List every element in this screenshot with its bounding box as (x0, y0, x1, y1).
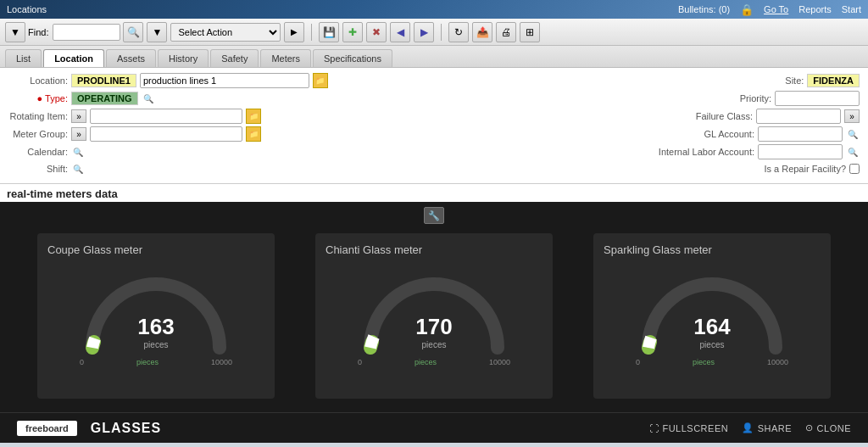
internal-labor-search-btn[interactable]: 🔍 (846, 145, 860, 159)
type-value: OPERATING (71, 92, 138, 105)
priority-input[interactable] (775, 91, 860, 106)
delete-btn[interactable]: ✖ (366, 22, 387, 42)
site-value: FIDENZA (807, 74, 860, 87)
top-bar: Locations Bulletins: (0) 🔒 Go To Reports… (0, 0, 868, 19)
failure-class-input[interactable] (756, 109, 841, 124)
tab-location[interactable]: Location (43, 49, 104, 67)
tab-safety[interactable]: Safety (210, 49, 259, 67)
clone-label: CLONE (817, 423, 851, 433)
gauge-3-svg: 164 pieces (636, 263, 788, 356)
save-btn[interactable]: 💾 (319, 22, 339, 42)
meter-group-input[interactable] (90, 126, 242, 142)
freeboard-badge[interactable]: freeboard (17, 421, 77, 436)
gauge-1-scale: 0 pieces 10000 (80, 358, 232, 366)
gauge-2-svg: 170 pieces (358, 263, 510, 356)
shift-label: Shift: (8, 164, 68, 174)
gauge-2-title: Chianti Glass meter (326, 243, 422, 256)
forward-btn[interactable]: ▶ (414, 22, 434, 42)
repair-checkbox[interactable] (849, 164, 860, 174)
bottom-actions: ⛶ FULLSCREEN 👤 SHARE ⊙ CLONE (649, 422, 851, 433)
grid-btn[interactable]: ⊞ (520, 22, 540, 42)
repair-label: Is a Repair Facility? (764, 164, 846, 174)
gauge-2-scale: 0 pieces 10000 (358, 358, 510, 366)
location-row: Location: PRODLINE1 📁 Site: FIDENZA (8, 73, 860, 88)
gauge-card-2: Chianti Glass meter 170 pieces 0 pieces … (315, 233, 553, 399)
internal-labor-label: Internal Labor Account: (659, 147, 754, 157)
failure-arrow-btn[interactable]: » (844, 109, 860, 123)
fullscreen-label: FULLSCREEN (662, 423, 728, 433)
location-value: PRODLINE1 (71, 74, 136, 87)
refresh-btn[interactable]: ↻ (448, 22, 469, 42)
rotating-file-btn[interactable]: 📁 (246, 109, 261, 124)
gl-account-label: GL Account: (704, 129, 754, 139)
dashboard-name: GLASSES (91, 421, 161, 436)
failure-class-label: Failure Class: (696, 111, 753, 121)
app-title: Locations (7, 4, 47, 14)
rotating-row: Rotating Item: » 📁 Failure Class: » (8, 109, 860, 124)
find-input[interactable] (53, 24, 120, 41)
share-btn[interactable]: 👤 SHARE (742, 422, 792, 433)
tab-assets[interactable]: Assets (106, 49, 156, 67)
gl-account-input[interactable] (758, 126, 843, 142)
gauge-3-value: 164 pieces (693, 314, 730, 349)
type-label: ● Type: (8, 93, 68, 103)
gl-search-btn[interactable]: 🔍 (846, 127, 860, 141)
share-icon: 👤 (742, 422, 754, 433)
print-btn[interactable]: 🖨 (496, 22, 516, 42)
add-btn[interactable]: ✚ (342, 22, 363, 42)
reports-link[interactable]: Reports (798, 4, 832, 14)
dashboard-toolbar: 🔧 (424, 207, 444, 224)
back-btn[interactable]: ◀ (390, 22, 410, 42)
meter-group-arrow-btn[interactable]: » (71, 127, 86, 141)
search-btn[interactable]: 🔍 (123, 22, 143, 42)
tab-history[interactable]: History (158, 49, 209, 67)
action-go-btn[interactable]: ▶ (284, 22, 304, 42)
type-row: ● Type: OPERATING 🔍 Priority: (8, 91, 860, 106)
dashboard-area: 🔧 Coupe Glass meter 163 pieces (0, 202, 868, 412)
gauge-2-value: 170 pieces (415, 314, 452, 349)
clone-icon: ⊙ (805, 422, 814, 433)
clone-btn[interactable]: ⊙ CLONE (805, 422, 851, 433)
rotating-arrow-btn[interactable]: » (71, 109, 86, 123)
meter-group-file-btn[interactable]: 📁 (246, 126, 261, 142)
calendar-label: Calendar: (8, 147, 68, 157)
tab-meters[interactable]: Meters (260, 49, 311, 67)
calendar-row: Calendar: 🔍 Internal Labor Account: 🔍 (8, 144, 860, 159)
find-group: ▼ Find: 🔍 (5, 22, 143, 42)
action-select[interactable]: Select Action (170, 23, 281, 42)
dropdown-btn[interactable]: ▼ (147, 22, 167, 42)
bulletins-label: Bulletins: (0) (678, 4, 730, 14)
toolbar-separator-2 (441, 24, 442, 41)
site-label: Site: (785, 75, 804, 86)
gauge-1-value: 163 pieces (137, 314, 174, 349)
toolbar-separator-1 (311, 24, 312, 41)
rotating-label: Rotating Item: (8, 111, 68, 121)
fullscreen-btn[interactable]: ⛶ FULLSCREEN (649, 423, 728, 433)
location-desc-input[interactable] (140, 73, 309, 88)
gauge-1-svg: 163 pieces (80, 263, 232, 356)
goto-link[interactable]: Go To (764, 4, 788, 14)
filter-btn[interactable]: ▼ (5, 22, 25, 42)
meter-group-label: Meter Group: (8, 129, 68, 139)
find-label: Find: (28, 27, 48, 37)
location-file-btn[interactable]: 📁 (313, 73, 328, 88)
meter-group-row: Meter Group: » 📁 GL Account: 🔍 (8, 126, 860, 142)
meters-section-title: real-time meters data (0, 184, 868, 202)
gauge-card-1: Coupe Glass meter 163 pieces 0 pieces (37, 233, 275, 399)
start-link[interactable]: Start (842, 4, 861, 14)
calendar-search-btn[interactable]: 🔍 (71, 145, 85, 159)
tab-list[interactable]: List (5, 49, 42, 67)
gauge-1-title: Coupe Glass meter (47, 243, 142, 256)
wrench-btn[interactable]: 🔧 (424, 207, 444, 224)
shift-search-btn[interactable]: 🔍 (71, 162, 85, 176)
main-toolbar: ▼ Find: 🔍 ▼ Select Action ▶ 💾 ✚ ✖ ◀ ▶ ↻ … (0, 19, 868, 46)
goto-icon: 🔒 (740, 3, 754, 16)
rotating-input[interactable] (90, 109, 242, 124)
gauge-3-title: Sparkling Glass meter (604, 243, 712, 256)
form-area: Location: PRODLINE1 📁 Site: FIDENZA ● Ty… (0, 68, 868, 184)
internal-labor-input[interactable] (758, 144, 843, 159)
type-search-btn[interactable]: 🔍 (142, 92, 155, 105)
tab-specifications[interactable]: Specifications (313, 49, 392, 67)
export-btn[interactable]: 📤 (472, 22, 492, 42)
gauge-card-3: Sparkling Glass meter 164 pieces 0 piece… (593, 233, 831, 399)
